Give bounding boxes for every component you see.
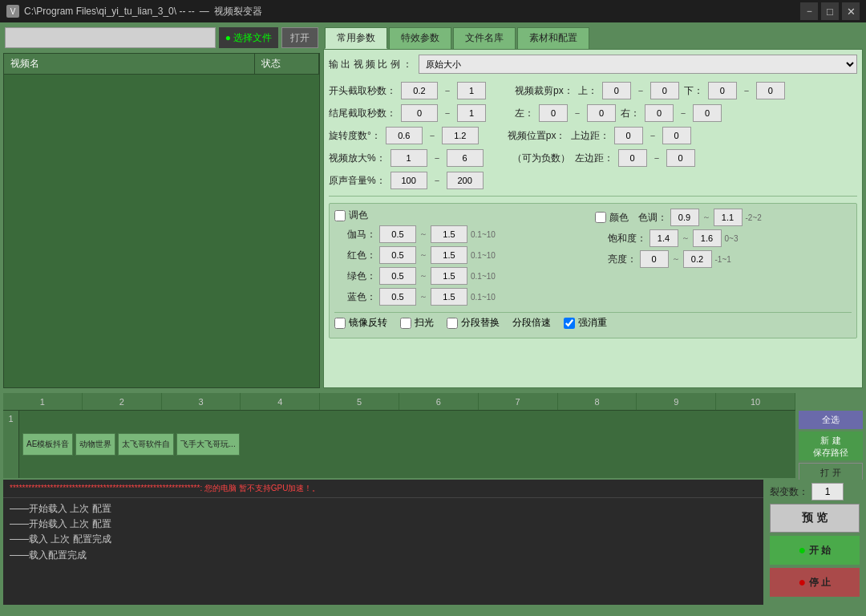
volume-to[interactable] — [447, 172, 484, 189]
stop-button[interactable]: ● 停 止 — [770, 568, 860, 597]
green-to[interactable] — [431, 267, 467, 285]
bright-range: -1~1 — [715, 255, 731, 264]
hue-to[interactable] — [714, 209, 743, 226]
tail-cut-from[interactable] — [401, 104, 438, 122]
clip-3[interactable]: 飞手大飞哥玩... — [176, 433, 239, 456]
head-cut-to[interactable] — [457, 82, 486, 99]
ruler-cell-6: 6 — [399, 393, 479, 410]
zoom-to[interactable] — [447, 149, 484, 167]
scan-checkbox[interactable] — [400, 318, 411, 329]
gamma-from[interactable] — [379, 225, 416, 243]
hue-range: -2~2 — [746, 213, 762, 222]
tab-common[interactable]: 常用参数 — [325, 27, 387, 49]
head-cut-from[interactable] — [401, 82, 438, 99]
dedup-label: 强消重 — [578, 316, 607, 330]
color-section: 调色 伽马： ～ 0.1~10 红色： — [334, 209, 852, 309]
crop-bottom-from[interactable] — [708, 82, 737, 99]
tail-cut-to[interactable] — [457, 104, 486, 122]
col-status: 状态 — [255, 54, 319, 74]
ruler-cell-9: 9 — [637, 393, 716, 410]
blue-from[interactable] — [379, 288, 416, 306]
pos-left-from[interactable] — [618, 149, 647, 167]
sat-to[interactable] — [693, 229, 722, 247]
mirror-checkbox[interactable] — [334, 318, 346, 329]
video-list-header: 视频名 状态 — [4, 54, 319, 75]
bright-to[interactable] — [683, 250, 712, 268]
crop-bottom-to[interactable] — [756, 82, 785, 99]
tail-cut-label: 结尾截取秒数： — [329, 107, 396, 120]
clip-1[interactable]: 动物世界 — [75, 433, 115, 456]
app-icon: V — [6, 5, 19, 18]
color-checkbox[interactable] — [334, 210, 346, 221]
hue-from[interactable] — [670, 209, 699, 226]
scan-check-item: 扫光 — [400, 316, 434, 330]
pos-top-to[interactable] — [662, 127, 691, 144]
video-list-body[interactable] — [4, 75, 319, 387]
segment-checkbox[interactable] — [447, 318, 458, 329]
log-line-3: ——载入配置完成 — [10, 548, 757, 563]
close-button[interactable]: ✕ — [842, 2, 860, 20]
select-all-button[interactable]: 全选 — [799, 411, 863, 429]
color2-checkbox[interactable] — [595, 212, 606, 223]
right-panel: 常用参数 特效参数 文件名库 素材和配置 输 出 视 频 比 例 ： 原始大小 — [323, 26, 863, 388]
rotate-from[interactable] — [386, 127, 423, 144]
rotate-to[interactable] — [442, 127, 479, 144]
color-label: 调色 — [349, 209, 368, 222]
crop-left-to[interactable] — [587, 104, 616, 122]
sat-from[interactable] — [650, 229, 678, 247]
crop-top-from[interactable] — [602, 82, 631, 99]
red-to[interactable] — [431, 246, 467, 264]
dedup-checkbox[interactable] — [564, 318, 575, 329]
tab-special[interactable]: 特效参数 — [389, 27, 451, 49]
crop-right-from[interactable] — [645, 104, 674, 122]
stop-label: 停 止 — [809, 576, 831, 590]
gamma-to[interactable] — [431, 225, 467, 243]
stop-icon: ● — [798, 575, 806, 590]
crop-right-to[interactable] — [693, 104, 722, 122]
position-label: 视频位置px： — [508, 129, 566, 143]
zoom-label: 视频放大%： — [329, 152, 386, 165]
green-from[interactable] — [379, 267, 416, 285]
new-save-path-button[interactable]: 新 建保存路径 — [799, 432, 863, 460]
tab-bar: 常用参数 特效参数 文件名库 素材和配置 — [323, 26, 863, 49]
clip-0[interactable]: AE模板抖音 — [22, 433, 73, 456]
crop-left-from[interactable] — [539, 104, 568, 122]
title-path: C:\Program Files\qi_yi_tu_lian_3_0\ -- -… — [24, 6, 195, 17]
bottom-area: ****************************************… — [0, 480, 866, 608]
saturation-label: 饱和度： — [608, 232, 646, 245]
rotate-row: 旋转度数°： － 视频位置px： 上边距： － — [329, 127, 857, 144]
head-cut-label: 开头截取秒数： — [329, 84, 396, 98]
pos-left-to[interactable] — [666, 149, 695, 167]
volume-from[interactable] — [391, 172, 427, 189]
timeline-tracks: 1 AE模板抖音 动物世界 太飞哥软件自 飞手大飞哥玩... — [3, 411, 795, 478]
bright-from[interactable] — [640, 250, 669, 268]
clip-2[interactable]: 太飞哥软件自 — [118, 433, 174, 456]
timeline-area: 1 2 3 4 5 6 7 8 9 10 1 AE模板抖音 动物世界 太飞哥软件… — [0, 391, 866, 480]
count-input[interactable] — [811, 483, 844, 500]
select-file-button[interactable]: ● 选择文件 — [219, 27, 278, 48]
preview-button[interactable]: 预 览 — [770, 504, 860, 533]
start-button[interactable]: ● 开 始 — [770, 536, 860, 565]
tab-filename[interactable]: 文件名库 — [453, 27, 516, 49]
red-from[interactable] — [379, 246, 416, 264]
tab-content-common: 输 出 视 频 比 例 ： 原始大小 开头截取秒数： － 视频裁剪px： 上： — [323, 49, 863, 388]
gamma-row: 伽马： ～ 0.1~10 — [334, 225, 592, 243]
maximize-button[interactable]: □ — [821, 2, 839, 20]
file-path-input[interactable] — [5, 27, 216, 48]
top-area: ● 选择文件 打开 视频名 状态 常用参数 特效参数 — [0, 22, 866, 391]
color2-toggle-row: 颜色 色调： ～ -2~2 — [595, 209, 852, 226]
tab-material[interactable]: 素材和配置 — [517, 27, 589, 49]
saturation-row: 饱和度： ～ 0~3 — [595, 229, 852, 247]
output-ratio-select[interactable]: 原始大小 — [419, 55, 857, 74]
controls-panel: 裂变数： 预 览 ● 开 始 ● 停 止 — [767, 480, 863, 605]
zoom-from[interactable] — [391, 149, 427, 167]
green-range: 0.1~10 — [471, 272, 496, 281]
title-bar: V C:\Program Files\qi_yi_tu_lian_3_0\ --… — [0, 0, 866, 22]
minimize-button[interactable]: － — [800, 2, 818, 20]
color-right: 颜色 色调： ～ -2~2 饱和度： ～ — [595, 209, 852, 309]
bottom-checkboxes: 镜像反转 扫光 分段替换 分段倍速 强消重 — [334, 312, 852, 333]
pos-top-from[interactable] — [614, 127, 643, 144]
open-button[interactable]: 打开 — [281, 27, 318, 48]
crop-top-to[interactable] — [650, 82, 679, 99]
blue-to[interactable] — [431, 288, 467, 306]
